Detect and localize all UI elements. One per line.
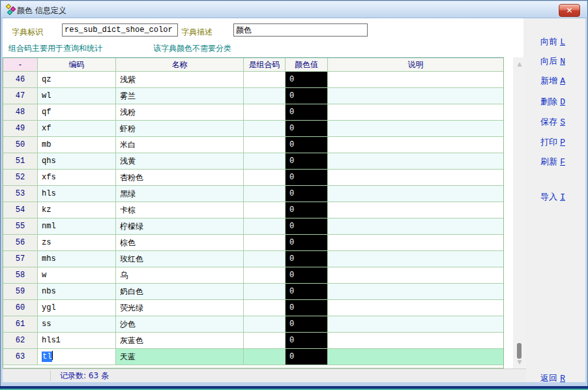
code-cell[interactable]: mhs bbox=[38, 251, 116, 267]
is-combo-cell[interactable] bbox=[244, 218, 286, 235]
action-print[interactable]: 打印 P bbox=[540, 136, 565, 148]
row-number-cell[interactable]: 47 bbox=[3, 88, 38, 104]
color-value-cell[interactable]: 0 bbox=[286, 121, 328, 137]
selected-text[interactable]: tl bbox=[42, 352, 52, 362]
name-cell[interactable]: 棕色 bbox=[116, 235, 244, 251]
color-value-cell[interactable]: 0 bbox=[286, 170, 328, 186]
name-cell[interactable]: 黑绿 bbox=[116, 186, 244, 202]
note-cell[interactable] bbox=[328, 88, 503, 104]
is-combo-cell[interactable] bbox=[244, 104, 286, 121]
title-bar[interactable]: 颜色 信息定义 ✕ bbox=[1, 1, 587, 18]
is-combo-cell[interactable] bbox=[244, 88, 286, 104]
name-cell[interactable]: 荧光绿 bbox=[116, 300, 244, 316]
note-cell[interactable] bbox=[328, 235, 503, 251]
table-row[interactable]: 58w乌0 bbox=[3, 267, 503, 284]
note-cell[interactable] bbox=[328, 170, 503, 186]
table-row[interactable]: 46qz浅紫0 bbox=[3, 72, 503, 88]
note-cell[interactable] bbox=[328, 251, 503, 267]
name-cell[interactable]: 柠檬绿 bbox=[116, 218, 244, 235]
color-value-cell[interactable]: 0 bbox=[286, 153, 328, 170]
code-cell[interactable]: kz bbox=[38, 202, 116, 218]
row-number-cell[interactable]: 49 bbox=[3, 121, 38, 137]
code-cell[interactable]: qz bbox=[38, 72, 116, 88]
color-value-cell[interactable]: 0 bbox=[286, 202, 328, 218]
row-number-cell[interactable]: 62 bbox=[3, 333, 38, 349]
is-combo-cell[interactable] bbox=[244, 170, 286, 186]
is-combo-cell[interactable] bbox=[244, 137, 286, 153]
header-cell-4[interactable]: 颜色值 bbox=[286, 58, 328, 72]
note-cell[interactable] bbox=[328, 137, 503, 153]
name-cell[interactable]: 玫红色 bbox=[116, 251, 244, 267]
table-row[interactable]: 50mb米白0 bbox=[3, 137, 503, 153]
is-combo-cell[interactable] bbox=[244, 153, 286, 170]
row-number-cell[interactable]: 53 bbox=[3, 186, 38, 202]
is-combo-cell[interactable] bbox=[244, 300, 286, 316]
name-cell[interactable]: 沙色 bbox=[116, 316, 244, 333]
scroll-down-icon[interactable]: ▼ bbox=[513, 357, 526, 367]
scroll-up-icon[interactable]: ▲ bbox=[513, 59, 526, 69]
code-cell[interactable]: ygl bbox=[38, 300, 116, 316]
code-cell[interactable]: mb bbox=[38, 137, 116, 153]
table-row[interactable]: 55nml柠檬绿0 bbox=[3, 218, 503, 235]
note-cell[interactable] bbox=[328, 333, 503, 349]
row-number-cell[interactable]: 58 bbox=[3, 267, 38, 284]
row-number-cell[interactable]: 59 bbox=[3, 284, 38, 300]
is-combo-cell[interactable] bbox=[244, 251, 286, 267]
name-cell[interactable]: 奶白色 bbox=[116, 284, 244, 300]
note-cell[interactable] bbox=[328, 349, 503, 365]
header-cell-1[interactable]: 编码 bbox=[38, 58, 116, 72]
note-cell[interactable] bbox=[328, 300, 503, 316]
code-cell[interactable]: hls1 bbox=[38, 333, 116, 349]
color-value-cell[interactable]: 0 bbox=[286, 235, 328, 251]
row-number-cell[interactable]: 54 bbox=[3, 202, 38, 218]
header-cell-3[interactable]: 是组合码 bbox=[244, 58, 286, 72]
row-number-cell[interactable]: 61 bbox=[3, 316, 38, 333]
is-combo-cell[interactable] bbox=[244, 267, 286, 284]
action-add[interactable]: 新增 A bbox=[540, 75, 565, 87]
is-combo-cell[interactable] bbox=[244, 333, 286, 349]
color-value-cell[interactable]: 0 bbox=[286, 251, 328, 267]
action-save[interactable]: 保存 S bbox=[540, 116, 565, 128]
header-cell-5[interactable]: 说明 bbox=[328, 58, 503, 72]
color-value-cell[interactable]: 0 bbox=[286, 267, 328, 284]
is-combo-cell[interactable] bbox=[244, 121, 286, 137]
name-cell[interactable]: 乌 bbox=[116, 267, 244, 284]
is-combo-cell[interactable] bbox=[244, 202, 286, 218]
note-cell[interactable] bbox=[328, 72, 503, 88]
name-cell[interactable]: 杏粉色 bbox=[116, 170, 244, 186]
name-cell[interactable]: 米白 bbox=[116, 137, 244, 153]
action-refresh[interactable]: 刷新 F bbox=[540, 156, 565, 168]
action-next[interactable]: 向后 N bbox=[540, 55, 565, 67]
code-cell[interactable]: xfs bbox=[38, 170, 116, 186]
name-cell[interactable]: 浅紫 bbox=[116, 72, 244, 88]
name-cell[interactable]: 浅粉 bbox=[116, 104, 244, 121]
color-value-cell[interactable]: 0 bbox=[286, 300, 328, 316]
note-cell[interactable] bbox=[328, 316, 503, 333]
note-cell[interactable] bbox=[328, 202, 503, 218]
note-cell[interactable] bbox=[328, 121, 503, 137]
row-number-cell[interactable]: 48 bbox=[3, 104, 38, 121]
is-combo-cell[interactable] bbox=[244, 316, 286, 333]
table-row[interactable]: 49xf虾粉0 bbox=[3, 121, 503, 137]
color-value-cell[interactable]: 0 bbox=[286, 104, 328, 121]
color-value-cell[interactable]: 0 bbox=[286, 72, 328, 88]
row-number-cell[interactable]: 56 bbox=[3, 235, 38, 251]
is-combo-cell[interactable] bbox=[244, 186, 286, 202]
code-cell[interactable]: w bbox=[38, 267, 116, 284]
note-cell[interactable] bbox=[328, 186, 503, 202]
code-cell[interactable]: ss bbox=[38, 316, 116, 333]
color-value-cell[interactable]: 0 bbox=[286, 316, 328, 333]
action-import[interactable]: 导入 I bbox=[540, 191, 565, 203]
name-cell[interactable]: 天蓝 bbox=[116, 349, 244, 365]
dict-desc-input[interactable]: 颜色 bbox=[233, 23, 368, 37]
table-row[interactable]: 47wl雾兰0 bbox=[3, 88, 503, 104]
table-row[interactable]: 63tl天蓝0 bbox=[3, 349, 503, 365]
name-cell[interactable]: 卡棕 bbox=[116, 202, 244, 218]
color-value-cell[interactable]: 0 bbox=[286, 137, 328, 153]
row-number-cell[interactable]: 60 bbox=[3, 300, 38, 316]
row-number-cell[interactable]: 55 bbox=[3, 218, 38, 235]
row-number-cell[interactable]: 52 bbox=[3, 170, 38, 186]
table-row[interactable]: 54kz卡棕0 bbox=[3, 202, 503, 218]
row-number-cell[interactable]: 63 bbox=[3, 349, 38, 365]
note-cell[interactable] bbox=[328, 153, 503, 170]
